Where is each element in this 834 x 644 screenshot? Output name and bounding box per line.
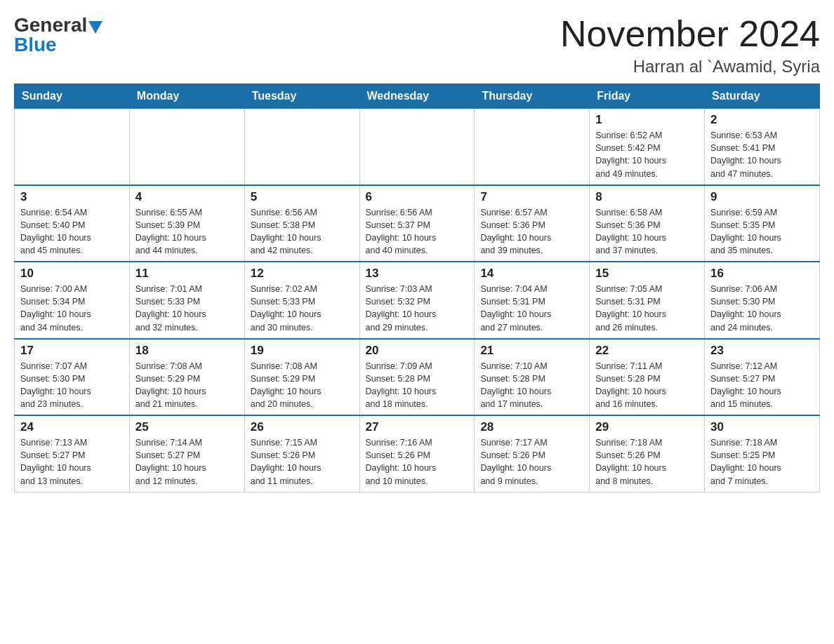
- calendar-day-cell: 27Sunrise: 7:16 AM Sunset: 5:26 PM Dayli…: [359, 415, 475, 492]
- day-number: 23: [710, 344, 814, 358]
- day-number: 10: [20, 267, 124, 281]
- day-sun-info: Sunrise: 6:58 AM Sunset: 5:36 PM Dayligh…: [595, 206, 699, 257]
- day-sun-info: Sunrise: 7:14 AM Sunset: 5:27 PM Dayligh…: [135, 436, 239, 488]
- calendar-day-cell: 6Sunrise: 6:56 AM Sunset: 5:37 PM Daylig…: [359, 185, 475, 262]
- day-sun-info: Sunrise: 7:06 AM Sunset: 5:30 PM Dayligh…: [710, 283, 814, 334]
- day-number: 18: [135, 344, 239, 358]
- day-sun-info: Sunrise: 7:08 AM Sunset: 5:29 PM Dayligh…: [135, 360, 239, 411]
- calendar-day-cell: 26Sunrise: 7:15 AM Sunset: 5:26 PM Dayli…: [244, 415, 359, 492]
- day-number: 22: [595, 344, 699, 358]
- calendar-week-row: 17Sunrise: 7:07 AM Sunset: 5:30 PM Dayli…: [15, 339, 820, 416]
- day-sun-info: Sunrise: 7:04 AM Sunset: 5:31 PM Dayligh…: [480, 283, 583, 334]
- day-number: 15: [595, 267, 699, 281]
- logo-blue-text: Blue: [14, 34, 57, 56]
- day-sun-info: Sunrise: 7:09 AM Sunset: 5:28 PM Dayligh…: [366, 360, 469, 411]
- day-sun-info: Sunrise: 7:17 AM Sunset: 5:26 PM Dayligh…: [480, 436, 583, 488]
- day-sun-info: Sunrise: 7:18 AM Sunset: 5:25 PM Dayligh…: [710, 436, 814, 488]
- day-sun-info: Sunrise: 6:57 AM Sunset: 5:36 PM Dayligh…: [480, 206, 583, 257]
- day-number: 30: [710, 420, 814, 434]
- day-sun-info: Sunrise: 7:01 AM Sunset: 5:33 PM Dayligh…: [135, 283, 239, 334]
- calendar-day-cell: [359, 109, 475, 185]
- calendar-day-cell: 16Sunrise: 7:06 AM Sunset: 5:30 PM Dayli…: [705, 262, 820, 339]
- weekday-header-sunday: Sunday: [15, 84, 130, 109]
- calendar-week-row: 3Sunrise: 6:54 AM Sunset: 5:40 PM Daylig…: [15, 185, 820, 262]
- day-number: 11: [135, 267, 239, 281]
- calendar-day-cell: 10Sunrise: 7:00 AM Sunset: 5:34 PM Dayli…: [15, 262, 130, 339]
- title-block: November 2024 Harran al `Awamid, Syria: [560, 14, 820, 76]
- day-sun-info: Sunrise: 7:05 AM Sunset: 5:31 PM Dayligh…: [595, 283, 699, 334]
- calendar-week-row: 24Sunrise: 7:13 AM Sunset: 5:27 PM Dayli…: [15, 415, 820, 492]
- calendar-day-cell: 28Sunrise: 7:17 AM Sunset: 5:26 PM Dayli…: [475, 415, 590, 492]
- day-number: 5: [251, 190, 354, 204]
- day-number: 1: [595, 113, 699, 127]
- day-number: 24: [20, 420, 124, 434]
- calendar-day-cell: 13Sunrise: 7:03 AM Sunset: 5:32 PM Dayli…: [359, 262, 475, 339]
- day-number: 12: [251, 267, 354, 281]
- calendar-day-cell: [244, 109, 359, 185]
- calendar-day-cell: 4Sunrise: 6:55 AM Sunset: 5:39 PM Daylig…: [129, 185, 244, 262]
- day-sun-info: Sunrise: 7:03 AM Sunset: 5:32 PM Dayligh…: [366, 283, 469, 334]
- day-number: 4: [135, 190, 239, 204]
- day-sun-info: Sunrise: 7:07 AM Sunset: 5:30 PM Dayligh…: [20, 360, 124, 411]
- day-number: 28: [480, 420, 583, 434]
- day-sun-info: Sunrise: 7:08 AM Sunset: 5:29 PM Dayligh…: [251, 360, 354, 411]
- day-number: 27: [366, 420, 469, 434]
- day-number: 20: [366, 344, 469, 358]
- calendar-day-cell: 9Sunrise: 6:59 AM Sunset: 5:35 PM Daylig…: [705, 185, 820, 262]
- day-sun-info: Sunrise: 7:02 AM Sunset: 5:33 PM Dayligh…: [251, 283, 354, 334]
- calendar-day-cell: 19Sunrise: 7:08 AM Sunset: 5:29 PM Dayli…: [244, 339, 359, 416]
- day-number: 19: [251, 344, 354, 358]
- calendar-day-cell: [15, 109, 130, 185]
- day-number: 26: [251, 420, 354, 434]
- calendar-day-cell: 17Sunrise: 7:07 AM Sunset: 5:30 PM Dayli…: [15, 339, 130, 416]
- calendar-day-cell: 11Sunrise: 7:01 AM Sunset: 5:33 PM Dayli…: [129, 262, 244, 339]
- day-sun-info: Sunrise: 6:54 AM Sunset: 5:40 PM Dayligh…: [20, 206, 124, 257]
- weekday-header-saturday: Saturday: [705, 84, 820, 109]
- calendar-day-cell: 22Sunrise: 7:11 AM Sunset: 5:28 PM Dayli…: [590, 339, 705, 416]
- day-sun-info: Sunrise: 6:55 AM Sunset: 5:39 PM Dayligh…: [135, 206, 239, 257]
- day-sun-info: Sunrise: 7:13 AM Sunset: 5:27 PM Dayligh…: [20, 436, 124, 488]
- day-sun-info: Sunrise: 6:56 AM Sunset: 5:37 PM Dayligh…: [366, 206, 469, 257]
- calendar-day-cell: 8Sunrise: 6:58 AM Sunset: 5:36 PM Daylig…: [590, 185, 705, 262]
- calendar-day-cell: [129, 109, 244, 185]
- weekday-header-thursday: Thursday: [475, 84, 590, 109]
- calendar-day-cell: [475, 109, 590, 185]
- calendar-header-row: SundayMondayTuesdayWednesdayThursdayFrid…: [15, 84, 820, 109]
- calendar-day-cell: 30Sunrise: 7:18 AM Sunset: 5:25 PM Dayli…: [705, 415, 820, 492]
- day-number: 29: [595, 420, 699, 434]
- weekday-header-wednesday: Wednesday: [359, 84, 475, 109]
- day-number: 7: [480, 190, 583, 204]
- calendar-day-cell: 14Sunrise: 7:04 AM Sunset: 5:31 PM Dayli…: [475, 262, 590, 339]
- calendar-day-cell: 5Sunrise: 6:56 AM Sunset: 5:38 PM Daylig…: [244, 185, 359, 262]
- day-number: 25: [135, 420, 239, 434]
- day-sun-info: Sunrise: 7:11 AM Sunset: 5:28 PM Dayligh…: [595, 360, 699, 411]
- calendar-day-cell: 20Sunrise: 7:09 AM Sunset: 5:28 PM Dayli…: [359, 339, 475, 416]
- calendar-day-cell: 2Sunrise: 6:53 AM Sunset: 5:41 PM Daylig…: [705, 109, 820, 185]
- day-sun-info: Sunrise: 6:52 AM Sunset: 5:42 PM Dayligh…: [595, 129, 699, 180]
- calendar-day-cell: 7Sunrise: 6:57 AM Sunset: 5:36 PM Daylig…: [475, 185, 590, 262]
- logo: General Blue: [14, 14, 102, 56]
- day-number: 14: [480, 267, 583, 281]
- day-number: 6: [366, 190, 469, 204]
- weekday-header-monday: Monday: [129, 84, 244, 109]
- month-year-title: November 2024: [560, 14, 820, 54]
- location-subtitle: Harran al `Awamid, Syria: [560, 57, 820, 76]
- day-sun-info: Sunrise: 7:18 AM Sunset: 5:26 PM Dayligh…: [595, 436, 699, 488]
- calendar-day-cell: 18Sunrise: 7:08 AM Sunset: 5:29 PM Dayli…: [129, 339, 244, 416]
- day-sun-info: Sunrise: 7:15 AM Sunset: 5:26 PM Dayligh…: [251, 436, 354, 488]
- logo-arrow-icon: [88, 21, 102, 34]
- day-number: 13: [366, 267, 469, 281]
- day-sun-info: Sunrise: 7:10 AM Sunset: 5:28 PM Dayligh…: [480, 360, 583, 411]
- calendar-day-cell: 15Sunrise: 7:05 AM Sunset: 5:31 PM Dayli…: [590, 262, 705, 339]
- calendar-day-cell: 29Sunrise: 7:18 AM Sunset: 5:26 PM Dayli…: [590, 415, 705, 492]
- calendar-day-cell: 23Sunrise: 7:12 AM Sunset: 5:27 PM Dayli…: [705, 339, 820, 416]
- day-sun-info: Sunrise: 6:59 AM Sunset: 5:35 PM Dayligh…: [710, 206, 814, 257]
- calendar-day-cell: 12Sunrise: 7:02 AM Sunset: 5:33 PM Dayli…: [244, 262, 359, 339]
- day-sun-info: Sunrise: 7:00 AM Sunset: 5:34 PM Dayligh…: [20, 283, 124, 334]
- weekday-header-tuesday: Tuesday: [244, 84, 359, 109]
- calendar-week-row: 10Sunrise: 7:00 AM Sunset: 5:34 PM Dayli…: [15, 262, 820, 339]
- day-sun-info: Sunrise: 6:53 AM Sunset: 5:41 PM Dayligh…: [710, 129, 814, 180]
- day-sun-info: Sunrise: 7:16 AM Sunset: 5:26 PM Dayligh…: [366, 436, 469, 488]
- day-number: 2: [710, 113, 814, 127]
- day-number: 21: [480, 344, 583, 358]
